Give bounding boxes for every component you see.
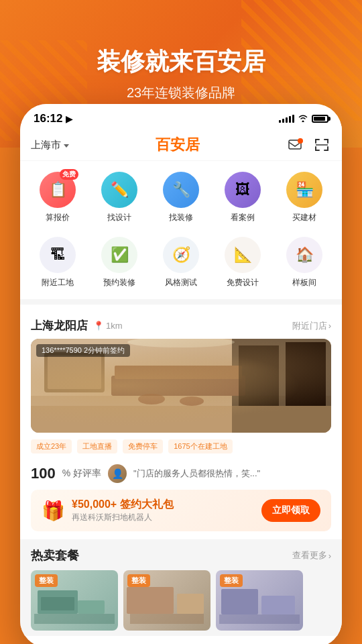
status-bar: 16:12 ▶	[20, 104, 342, 129]
store-section: 上海龙阳店 📍 1km 附近门店 ›	[20, 310, 342, 531]
phone-mockup: 16:12 ▶ 上海市	[20, 104, 342, 644]
scan-icon[interactable]	[312, 136, 331, 154]
svg-rect-21	[127, 587, 174, 614]
message-icon[interactable]	[286, 136, 304, 154]
quick-item-styletest[interactable]: 🧭 风格测试	[154, 237, 208, 288]
promo-amount: ¥50,000+ 签约大礼包	[72, 498, 174, 512]
chevron-right-icon: ›	[328, 321, 331, 331]
quick-item-design[interactable]: ✏️ 找设计	[93, 172, 146, 223]
promo-banner: 🎁 ¥50,000+ 签约大礼包 再送科沃斯扫地机器人 立即领取	[31, 490, 331, 531]
store-phone-tag: 136****7590 2分钟前签约	[36, 344, 130, 357]
store-image[interactable]: 136****7590 2分钟前签约	[31, 339, 331, 433]
chevron-down-icon	[64, 144, 69, 148]
svg-rect-22	[177, 594, 204, 614]
quick-access-row1: 📋 免费 算报价 ✏️ 找设计 🔧 找装修 🖼 看案例	[20, 161, 342, 234]
store-title: 上海龙阳店	[31, 318, 88, 333]
rating-label: % 好评率	[62, 468, 101, 480]
quick-label-styletest: 风格测试	[165, 277, 197, 288]
quick-item-cases[interactable]: 🖼 看案例	[216, 172, 269, 223]
quick-label-showroom: 样板间	[292, 277, 316, 288]
quick-item-materials[interactable]: 🏪 买建材	[278, 172, 331, 223]
svg-rect-20	[34, 614, 115, 624]
quick-item-booking[interactable]: ✅ 预约装修	[93, 237, 146, 288]
signal-icon	[279, 115, 294, 123]
hot-card-1[interactable]: 整装	[31, 570, 118, 631]
svg-rect-23	[130, 614, 204, 624]
quick-label-freedesign: 免费设计	[227, 277, 259, 288]
svg-rect-25	[261, 596, 295, 614]
quick-label-materials: 买建材	[292, 212, 316, 223]
svg-rect-18	[41, 597, 74, 610]
store-header: 上海龙阳店 📍 1km 附近门店 ›	[20, 310, 342, 339]
hot-card-2[interactable]: 整装	[123, 570, 210, 631]
divider	[20, 299, 342, 305]
hero-subtitle: 23年连锁装修品牌	[127, 84, 235, 102]
status-icons	[279, 113, 328, 125]
feature-established: 成立23年	[31, 439, 72, 453]
quick-access-row2: 🏗 附近工地 ✅ 预约装修 🧭 风格测试 📐 免费设计 🏠 样	[20, 234, 342, 299]
chevron-right-icon: ›	[328, 551, 331, 561]
card3-label: 整装	[220, 574, 243, 587]
quick-label-booking: 预约装修	[103, 277, 135, 288]
card2-label: 整装	[127, 574, 150, 587]
gift-icon: 🎁	[42, 500, 65, 522]
free-badge: 免费	[60, 169, 78, 180]
promo-text: ¥50,000+ 签约大礼包 再送科沃斯扫地机器人	[72, 498, 174, 523]
quick-item-estimate[interactable]: 📋 免费 算报价	[31, 172, 84, 223]
quick-item-freedesign[interactable]: 📐 免费设计	[216, 237, 269, 288]
location-selector[interactable]: 上海市	[31, 139, 69, 152]
quick-label-renovation: 找装修	[169, 212, 193, 223]
promo-left: 🎁 ¥50,000+ 签约大礼包 再送科沃斯扫地机器人	[42, 498, 174, 523]
feature-sites: 1675个在建工地	[168, 439, 232, 453]
hot-section: 热卖套餐 查看更多 › 整装	[20, 539, 342, 636]
hot-cards: 整装 整装	[31, 570, 331, 631]
card1-label: 整装	[35, 574, 58, 587]
app-header: 上海市 百安居	[20, 129, 342, 161]
section-title: 热卖套餐	[31, 547, 79, 564]
store-distance: 📍 1km	[93, 321, 123, 331]
quick-item-nearby[interactable]: 🏗 附近工地	[31, 237, 84, 288]
quick-item-renovation[interactable]: 🔧 找装修	[154, 172, 208, 223]
svg-rect-19	[78, 600, 105, 614]
header-actions	[286, 136, 331, 154]
rating-comment: "门店的服务人员都很热情，笑..."	[133, 468, 260, 480]
status-time: 16:12 ▶	[34, 112, 72, 125]
wifi-icon	[298, 113, 308, 125]
promo-claim-button[interactable]: 立即领取	[261, 499, 320, 522]
nearby-store-link[interactable]: 附近门店 ›	[292, 320, 331, 332]
section-header: 热卖套餐 查看更多 ›	[31, 547, 331, 564]
quick-label-nearby: 附近工地	[42, 277, 74, 288]
feature-parking: 免费停车	[123, 439, 163, 453]
svg-rect-26	[219, 614, 300, 624]
quick-label-cases: 看案例	[231, 212, 255, 223]
svg-point-1	[298, 138, 303, 144]
location-pin-icon: 📍	[93, 321, 104, 331]
feature-livestream: 工地直播	[77, 439, 117, 453]
app-logo: 百安居	[156, 135, 200, 155]
hero-title: 装修就来百安居	[97, 46, 265, 78]
store-name-area: 上海龙阳店 📍 1km	[31, 318, 123, 333]
location-text: 上海市	[31, 139, 61, 152]
section-more-link[interactable]: 查看更多 ›	[292, 549, 331, 561]
hot-card-3[interactable]: 整装	[216, 570, 303, 631]
quick-label-estimate: 算报价	[46, 212, 70, 223]
promo-desc: 再送科沃斯扫地机器人	[72, 512, 174, 523]
avatar: 👤	[108, 464, 127, 483]
store-rating: 100 % 好评率 👤 "门店的服务人员都很热情，笑..."	[20, 460, 342, 490]
svg-rect-24	[221, 589, 258, 614]
quick-item-showroom[interactable]: 🏠 样板间	[278, 237, 331, 288]
quick-label-design: 找设计	[107, 212, 131, 223]
store-features: 成立23年 工地直播 免费停车 1675个在建工地	[20, 433, 342, 460]
battery-icon	[312, 115, 328, 123]
rating-number: 100	[31, 465, 56, 482]
